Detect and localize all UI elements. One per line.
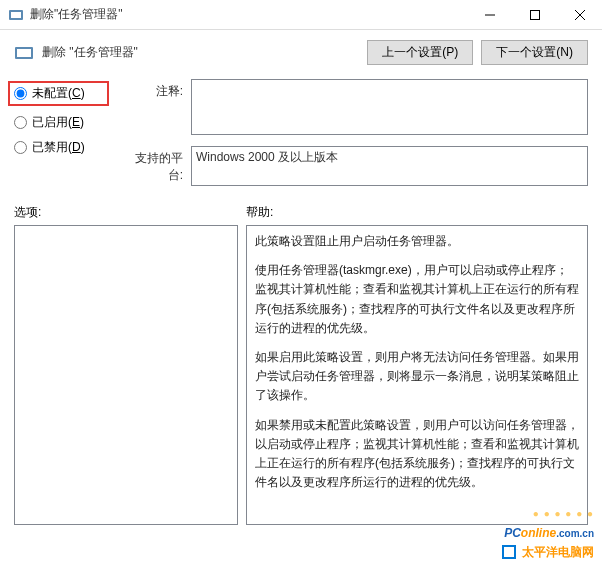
help-paragraph: 如果启用此策略设置，则用户将无法访问任务管理器。如果用户尝试启动任务管理器，则将… xyxy=(255,348,579,406)
header-row: 删除 "任务管理器" 上一个设置(P) 下一个设置(N) xyxy=(0,30,602,73)
minimize-button[interactable] xyxy=(467,0,512,30)
policy-icon xyxy=(8,7,24,23)
policy-title: 删除 "任务管理器" xyxy=(42,44,367,61)
options-panel xyxy=(14,225,238,525)
watermark-cn: 太平洋电脑网 xyxy=(502,542,594,561)
prev-setting-button[interactable]: 上一个设置(P) xyxy=(367,40,473,65)
radio-enabled-input[interactable] xyxy=(14,116,27,129)
svg-rect-1 xyxy=(11,12,21,18)
help-label: 帮助: xyxy=(246,204,588,221)
radio-disabled-input[interactable] xyxy=(14,141,27,154)
radio-enabled[interactable]: 已启用(E) xyxy=(14,114,109,131)
window-buttons xyxy=(467,0,602,30)
radio-not-configured-input[interactable] xyxy=(14,87,27,100)
nav-buttons: 上一个设置(P) 下一个设置(N) xyxy=(367,40,588,65)
svg-rect-3 xyxy=(530,10,539,19)
help-paragraph: 使用任务管理器(taskmgr.exe)，用户可以启动或停止程序；监视其计算机性… xyxy=(255,261,579,338)
radio-not-configured-label: 未配置(C) xyxy=(32,85,85,102)
next-setting-button[interactable]: 下一个设置(N) xyxy=(481,40,588,65)
options-label: 选项: xyxy=(14,204,246,221)
panels: 此策略设置阻止用户启动任务管理器。 使用任务管理器(taskmgr.exe)，用… xyxy=(0,225,602,525)
help-paragraph: 此策略设置阻止用户启动任务管理器。 xyxy=(255,232,579,251)
titlebar: 删除"任务管理器" xyxy=(0,0,602,30)
radio-disabled-label: 已禁用(D) xyxy=(32,139,85,156)
square-icon xyxy=(502,545,516,559)
radio-not-configured[interactable]: 未配置(C) xyxy=(8,81,109,106)
help-panel[interactable]: 此策略设置阻止用户启动任务管理器。 使用任务管理器(taskmgr.exe)，用… xyxy=(246,225,588,525)
maximize-button[interactable] xyxy=(512,0,557,30)
platform-box: Windows 2000 及以上版本 xyxy=(191,146,588,186)
svg-rect-7 xyxy=(17,49,31,57)
section-labels: 选项: 帮助: xyxy=(0,194,602,225)
close-button[interactable] xyxy=(557,0,602,30)
fields: 注释: 支持的平台: Windows 2000 及以上版本 xyxy=(123,79,588,194)
platform-row: 支持的平台: Windows 2000 及以上版本 xyxy=(123,146,588,186)
state-radios: 未配置(C) 已启用(E) 已禁用(D) xyxy=(14,79,109,194)
radio-disabled[interactable]: 已禁用(D) xyxy=(14,139,109,156)
platform-label: 支持的平台: xyxy=(123,146,191,184)
window-title: 删除"任务管理器" xyxy=(30,6,467,23)
config-row: 未配置(C) 已启用(E) 已禁用(D) 注释: 支持的平台: Windows … xyxy=(0,73,602,194)
help-paragraph: 如果禁用或未配置此策略设置，则用户可以访问任务管理器，以启动或停止程序；监视其计… xyxy=(255,416,579,493)
radio-enabled-label: 已启用(E) xyxy=(32,114,84,131)
comment-input[interactable] xyxy=(191,79,588,135)
comment-row: 注释: xyxy=(123,79,588,138)
policy-icon xyxy=(14,43,34,63)
comment-label: 注释: xyxy=(123,79,191,100)
